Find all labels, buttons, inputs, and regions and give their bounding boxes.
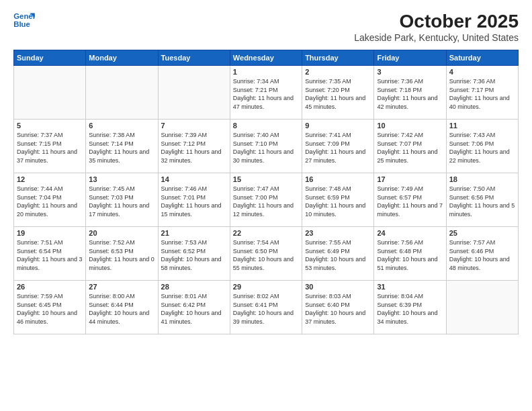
calendar-week-3: 12Sunrise: 7:44 AM Sunset: 7:04 PM Dayli… [14,173,519,227]
calendar-cell: 19Sunrise: 7:51 AM Sunset: 6:54 PM Dayli… [14,227,86,281]
day-info: Sunrise: 7:54 AM Sunset: 6:50 PM Dayligh… [233,238,299,272]
day-number: 7 [161,122,227,130]
calendar-cell: 18Sunrise: 7:50 AM Sunset: 6:56 PM Dayli… [446,173,518,227]
calendar-week-4: 19Sunrise: 7:51 AM Sunset: 6:54 PM Dayli… [14,227,519,281]
day-number: 6 [89,122,154,130]
day-info: Sunrise: 8:01 AM Sunset: 6:42 PM Dayligh… [161,292,227,326]
calendar-cell [446,281,518,334]
day-number: 14 [161,175,227,183]
calendar-cell: 13Sunrise: 7:45 AM Sunset: 7:03 PM Dayli… [86,173,158,227]
calendar-cell: 9Sunrise: 7:41 AM Sunset: 7:09 PM Daylig… [302,120,374,173]
day-info: Sunrise: 8:02 AM Sunset: 6:41 PM Dayligh… [233,292,299,326]
day-info: Sunrise: 7:46 AM Sunset: 7:01 PM Dayligh… [161,185,227,218]
day-info: Sunrise: 7:55 AM Sunset: 6:49 PM Dayligh… [305,238,371,272]
day-number: 31 [377,283,443,291]
day-number: 23 [305,229,371,237]
day-info: Sunrise: 7:51 AM Sunset: 6:54 PM Dayligh… [17,238,83,272]
col-monday: Monday [86,50,158,66]
logo-icon: General Blue [13,11,35,30]
day-number: 18 [449,175,515,183]
day-info: Sunrise: 7:38 AM Sunset: 7:14 PM Dayligh… [89,131,154,165]
svg-text:Blue: Blue [13,20,30,28]
calendar-cell: 4Sunrise: 7:36 AM Sunset: 7:17 PM Daylig… [446,66,518,120]
col-tuesday: Tuesday [158,50,230,66]
day-number: 15 [233,175,299,183]
day-info: Sunrise: 7:56 AM Sunset: 6:48 PM Dayligh… [377,238,443,272]
day-info: Sunrise: 7:42 AM Sunset: 7:07 PM Dayligh… [377,131,443,165]
day-number: 9 [305,122,371,130]
calendar-cell: 30Sunrise: 8:03 AM Sunset: 6:40 PM Dayli… [302,281,374,334]
col-wednesday: Wednesday [230,50,302,66]
calendar-cell: 7Sunrise: 7:39 AM Sunset: 7:12 PM Daylig… [158,120,230,173]
calendar-cell: 2Sunrise: 7:35 AM Sunset: 7:20 PM Daylig… [302,66,374,120]
calendar-cell: 16Sunrise: 7:48 AM Sunset: 6:59 PM Dayli… [302,173,374,227]
day-info: Sunrise: 8:03 AM Sunset: 6:40 PM Dayligh… [305,292,371,326]
calendar-cell: 11Sunrise: 7:43 AM Sunset: 7:06 PM Dayli… [446,120,518,173]
page-container: General Blue October 2025 Lakeside Park,… [0,0,532,341]
day-info: Sunrise: 7:50 AM Sunset: 6:56 PM Dayligh… [449,185,515,218]
col-thursday: Thursday [302,50,374,66]
calendar-week-2: 5Sunrise: 7:37 AM Sunset: 7:15 PM Daylig… [14,120,519,173]
calendar-cell [14,66,86,120]
calendar-cell: 31Sunrise: 8:04 AM Sunset: 6:39 PM Dayli… [374,281,446,334]
day-number: 20 [89,229,154,237]
calendar-cell: 26Sunrise: 7:59 AM Sunset: 6:45 PM Dayli… [14,281,86,334]
calendar-cell: 10Sunrise: 7:42 AM Sunset: 7:07 PM Dayli… [374,120,446,173]
calendar-cell: 5Sunrise: 7:37 AM Sunset: 7:15 PM Daylig… [14,120,86,173]
day-number: 27 [89,283,154,291]
day-info: Sunrise: 7:39 AM Sunset: 7:12 PM Dayligh… [161,131,227,165]
calendar-cell: 29Sunrise: 8:02 AM Sunset: 6:41 PM Dayli… [230,281,302,334]
calendar-cell: 12Sunrise: 7:44 AM Sunset: 7:04 PM Dayli… [14,173,86,227]
day-info: Sunrise: 7:36 AM Sunset: 7:17 PM Dayligh… [449,77,515,111]
calendar-cell: 28Sunrise: 8:01 AM Sunset: 6:42 PM Dayli… [158,281,230,334]
day-number: 30 [305,283,371,291]
page-header: General Blue October 2025 Lakeside Park,… [13,11,519,43]
title-block: October 2025 Lakeside Park, Kentucky, Un… [354,11,519,43]
calendar-cell: 3Sunrise: 7:36 AM Sunset: 7:18 PM Daylig… [374,66,446,120]
day-info: Sunrise: 7:47 AM Sunset: 7:00 PM Dayligh… [233,185,299,218]
calendar-cell: 27Sunrise: 8:00 AM Sunset: 6:44 PM Dayli… [86,281,158,334]
day-number: 10 [377,122,443,130]
day-number: 8 [233,122,299,130]
day-number: 26 [17,283,83,291]
day-number: 13 [89,175,154,183]
day-info: Sunrise: 7:40 AM Sunset: 7:10 PM Dayligh… [233,131,299,165]
calendar-cell: 25Sunrise: 7:57 AM Sunset: 6:46 PM Dayli… [446,227,518,281]
day-info: Sunrise: 7:53 AM Sunset: 6:52 PM Dayligh… [161,238,227,272]
calendar-cell: 8Sunrise: 7:40 AM Sunset: 7:10 PM Daylig… [230,120,302,173]
page-title: October 2025 [354,11,519,32]
day-number: 11 [449,122,515,130]
day-number: 16 [305,175,371,183]
day-number: 19 [17,229,83,237]
calendar-cell: 22Sunrise: 7:54 AM Sunset: 6:50 PM Dayli… [230,227,302,281]
day-number: 29 [233,283,299,291]
day-number: 5 [17,122,83,130]
day-info: Sunrise: 7:35 AM Sunset: 7:20 PM Dayligh… [305,77,371,111]
col-friday: Friday [374,50,446,66]
day-number: 24 [377,229,443,237]
calendar-cell: 23Sunrise: 7:55 AM Sunset: 6:49 PM Dayli… [302,227,374,281]
day-number: 21 [161,229,227,237]
calendar-cell [158,66,230,120]
day-number: 4 [449,68,515,76]
day-number: 12 [17,175,83,183]
day-info: Sunrise: 7:37 AM Sunset: 7:15 PM Dayligh… [17,131,83,165]
day-info: Sunrise: 7:45 AM Sunset: 7:03 PM Dayligh… [89,185,154,218]
day-info: Sunrise: 7:57 AM Sunset: 6:46 PM Dayligh… [449,238,515,272]
col-saturday: Saturday [446,50,518,66]
calendar-week-5: 26Sunrise: 7:59 AM Sunset: 6:45 PM Dayli… [14,281,519,334]
day-number: 28 [161,283,227,291]
calendar-cell: 21Sunrise: 7:53 AM Sunset: 6:52 PM Dayli… [158,227,230,281]
day-info: Sunrise: 7:34 AM Sunset: 7:21 PM Dayligh… [233,77,299,111]
calendar-cell: 1Sunrise: 7:34 AM Sunset: 7:21 PM Daylig… [230,66,302,120]
calendar-body: 1Sunrise: 7:34 AM Sunset: 7:21 PM Daylig… [14,66,519,334]
day-info: Sunrise: 7:52 AM Sunset: 6:53 PM Dayligh… [89,238,154,272]
day-number: 3 [377,68,443,76]
day-info: Sunrise: 7:48 AM Sunset: 6:59 PM Dayligh… [305,185,371,218]
day-info: Sunrise: 8:04 AM Sunset: 6:39 PM Dayligh… [377,292,443,326]
day-info: Sunrise: 7:43 AM Sunset: 7:06 PM Dayligh… [449,131,515,165]
calendar-cell: 24Sunrise: 7:56 AM Sunset: 6:48 PM Dayli… [374,227,446,281]
day-info: Sunrise: 7:49 AM Sunset: 6:57 PM Dayligh… [377,185,443,218]
day-info: Sunrise: 7:59 AM Sunset: 6:45 PM Dayligh… [17,292,83,326]
day-number: 25 [449,229,515,237]
